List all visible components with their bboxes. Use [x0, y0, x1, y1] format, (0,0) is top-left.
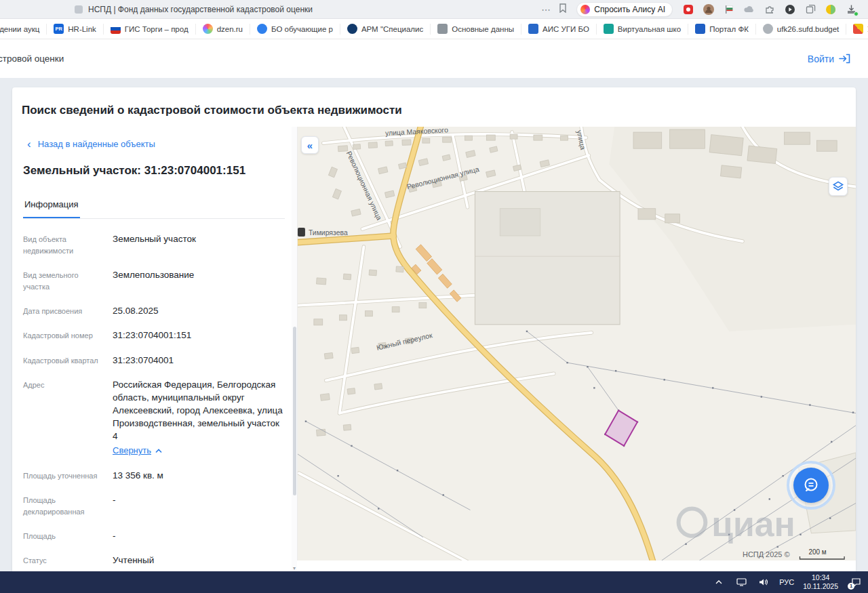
tabs-icon[interactable]	[803, 2, 818, 17]
bookmark-label: Виртуальная шко	[618, 25, 681, 33]
play-icon[interactable]	[783, 2, 797, 17]
bookmark-favicon	[347, 24, 357, 34]
bookmark-item[interactable]: БО обучающие р	[250, 24, 340, 35]
field-row: Вид объекта недвижимостиЗемельный участо…	[23, 232, 285, 257]
bookmark-item[interactable]: Виртуальная шко	[597, 24, 688, 35]
clock-time: 10:34	[803, 573, 838, 582]
fields-list: Вид объекта недвижимостиЗемельный участо…	[23, 232, 285, 567]
bookmark-item[interactable]: Портал ФК	[688, 24, 756, 35]
collapse-address-link[interactable]: Свернуть	[113, 445, 162, 457]
bookmark-item[interactable]: Уроки	[846, 24, 868, 35]
field-value: -	[113, 493, 116, 518]
bookmark-label: Портал ФК	[709, 25, 749, 33]
chat-button[interactable]	[793, 468, 829, 503]
field-label: Адрес	[23, 378, 103, 457]
page-title: Поиск сведений о кадастровой стоимости о…	[12, 87, 856, 127]
site-header: стровой оценки Войти	[0, 39, 868, 78]
field-label: Вид объекта недвижимости	[23, 232, 103, 257]
tab-title[interactable]: НСПД | Фонд данных государственной кадас…	[88, 5, 313, 14]
bookmark-favicon	[203, 24, 213, 34]
downloads-badge	[854, 12, 859, 16]
bookmark-favicon	[528, 24, 538, 34]
bookmark-item[interactable]: ГИС Торги – прод	[104, 24, 196, 35]
bookmark-favicon	[853, 24, 863, 34]
field-row: Дата присвоения25.08.2025	[23, 304, 285, 317]
bookmark-label: Основные данны	[452, 25, 514, 33]
language-indicator[interactable]: РУС	[779, 578, 794, 586]
layers-icon	[831, 180, 845, 193]
object-info-panel: ‹ Назад в найденные объекты Земельный уч…	[12, 127, 292, 571]
field-label: Площадь декларированная	[23, 493, 103, 518]
map[interactable]: циан улица МаяковскогоРеволюционная улиц…	[297, 127, 856, 560]
browser-topbar: НСПД | Фонд данных государственной кадас…	[0, 0, 868, 19]
clock-date: 10.11.2025	[803, 582, 838, 591]
screen: НСПД | Фонд данных государственной кадас…	[0, 0, 868, 593]
scrollbar-down-icon[interactable]: ▾	[292, 566, 297, 571]
flag-icon[interactable]	[722, 2, 736, 17]
site-brand[interactable]: стровой оценки	[0, 54, 64, 64]
back-link[interactable]: ‹ Назад в найденные объекты	[27, 139, 285, 149]
field-label: Дата присвоения	[23, 304, 103, 317]
bookmark-label: АРМ "Специалис	[361, 25, 423, 33]
bookmark-favicon	[763, 24, 773, 34]
notifications-icon[interactable]: 1	[849, 574, 863, 590]
bookmark-favicon	[604, 24, 614, 34]
field-value: 31:23:0704001:151	[113, 329, 191, 342]
bookmark-favicon	[257, 24, 267, 34]
field-value: 13 356 кв. м	[113, 469, 163, 482]
field-label: Вид земельного участка	[23, 268, 103, 293]
search-card: Поиск сведений о кадастровой стоимости о…	[12, 87, 856, 571]
extensions-icon[interactable]	[762, 2, 777, 17]
svg-text:циан: циан	[711, 504, 795, 543]
chat-widget	[787, 461, 835, 510]
avatar[interactable]	[701, 2, 716, 17]
bookmark-item[interactable]: АИС УГИ БО	[521, 24, 597, 35]
speaker-icon[interactable]	[757, 574, 770, 590]
bookmark-label: едении аукц	[0, 25, 39, 33]
bookmark-label: ГИС Торги – прод	[125, 25, 189, 33]
tab-favicon	[75, 5, 83, 14]
map-attribution: НСПД 2025 ©	[743, 550, 790, 558]
taskbar: РУС 10:34 10.11.2025 1	[0, 571, 868, 593]
cloud-icon[interactable]	[742, 2, 757, 17]
login-button[interactable]: Войти	[808, 54, 850, 64]
bookmark-label: HR-Link	[68, 25, 96, 33]
login-arrow-icon	[839, 54, 850, 64]
field-value: Землепользование	[113, 268, 194, 293]
bookmark-label: ufk26.sufd.budget	[777, 25, 839, 33]
collapse-panel-button[interactable]: «	[301, 136, 319, 154]
bookmark-item[interactable]: ufk26.sufd.budget	[756, 24, 846, 35]
bookmark-favicon	[111, 24, 121, 34]
field-value: Российская Федерация, Белгородская облас…	[113, 378, 283, 457]
bookmark-item[interactable]: АРМ "Специалис	[340, 24, 431, 35]
layers-button[interactable]	[829, 177, 848, 196]
bookmark-label: dzen.ru	[217, 25, 243, 33]
panel-scrollbar[interactable]: ▾	[292, 127, 297, 571]
page-background: Поиск сведений о кадастровой стоимости о…	[0, 78, 868, 571]
scrollbar-thumb[interactable]	[293, 327, 296, 495]
bookmark-item[interactable]: dzen.ru	[196, 24, 250, 35]
street-label: Тимирязева	[309, 228, 348, 237]
yellow-circle-icon[interactable]	[823, 2, 838, 17]
downloads-icon[interactable]	[844, 2, 859, 17]
clock[interactable]: 10:34 10.11.2025	[803, 573, 838, 591]
red-app-icon[interactable]	[681, 2, 696, 17]
bookmark-item[interactable]: Основные данны	[431, 24, 521, 35]
field-row: СтатусУчтенный	[23, 554, 285, 567]
bookmark-flag-icon[interactable]	[559, 3, 567, 15]
field-value: Учтенный	[113, 554, 154, 567]
bookmark-label: БО обучающие р	[271, 25, 333, 33]
tab-information[interactable]: Информация	[23, 199, 80, 218]
card-body: ‹ Назад в найденные объекты Земельный уч…	[12, 127, 856, 571]
alice-button[interactable]: Спросить Алису AI	[576, 2, 673, 17]
tray-chevron-up-icon[interactable]	[712, 574, 726, 590]
more-icon[interactable]: ⋯	[537, 4, 555, 15]
bookmark-item[interactable]: едении аукц	[0, 24, 47, 35]
bookmark-item[interactable]: PRHR-Link	[47, 24, 104, 35]
bookmark-favicon	[695, 24, 705, 34]
monitor-icon[interactable]	[734, 574, 748, 590]
field-row: АдресРоссийская Федерация, Белгородская …	[23, 378, 285, 457]
bookmark-favicon	[437, 24, 448, 34]
field-row: Площадь уточненная13 356 кв. м	[23, 469, 285, 482]
bookmark-favicon: PR	[54, 24, 64, 34]
